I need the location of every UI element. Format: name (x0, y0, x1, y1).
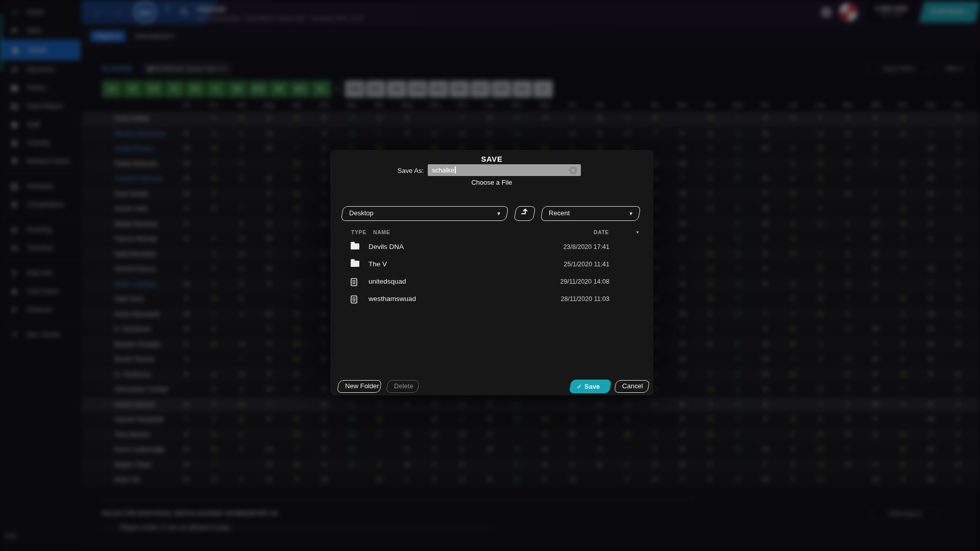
dialog-title: SAVE (330, 155, 653, 163)
save-as-label: Save As: (385, 167, 424, 174)
file-row[interactable]: westhamswuad28/11/2020 11:03 (330, 291, 653, 308)
type-column-header[interactable]: TYPE (351, 229, 366, 235)
file-date: 28/11/2020 11:03 (561, 295, 609, 303)
choose-a-file-link[interactable]: Choose a File (330, 179, 653, 186)
filename-input[interactable]: schalke ✕ (428, 164, 581, 176)
file-row[interactable]: unitedsquad29/11/2020 14:08 (330, 273, 653, 291)
check-icon: ✓ (577, 383, 582, 390)
folder-icon (351, 261, 359, 267)
delete-button[interactable]: Delete (386, 380, 420, 393)
filename-value: schalke (432, 166, 454, 174)
location-dropdown[interactable]: Desktop ▾ (340, 206, 508, 221)
clear-icon[interactable]: ✕ (569, 166, 577, 174)
save-button[interactable]: ✓Save (569, 380, 612, 393)
name-column-header[interactable]: NAME (373, 229, 390, 235)
file-date: 29/11/2020 14:08 (560, 278, 609, 285)
file-icon (351, 278, 357, 288)
sort-desc-icon[interactable]: ▼ (635, 230, 640, 235)
file-row[interactable]: The V25/1/2020 11:41 (330, 256, 653, 273)
up-directory-button[interactable] (513, 206, 535, 221)
up-arrow-icon (516, 207, 534, 220)
screen: ⌂Home✉Inbox▣Squad⇄Dynamics▦Tactics▤Team … (0, 0, 980, 551)
file-row[interactable]: Devils DNA23/8/2020 17:41 (330, 239, 653, 256)
folder-icon (351, 243, 359, 249)
cancel-button[interactable]: Cancel (614, 380, 650, 393)
date-column-header[interactable]: DATE (594, 229, 609, 235)
file-name: unitedsquad (369, 278, 406, 285)
file-name: The V (369, 260, 387, 268)
new-folder-button[interactable]: New Folder (337, 380, 382, 393)
file-name: westhamswuad (369, 295, 416, 303)
file-date: 23/8/2020 17:41 (564, 243, 609, 251)
file-date: 25/1/2020 11:41 (564, 261, 609, 268)
file-list: Devils DNA23/8/2020 17:41The V25/1/2020 … (330, 239, 653, 308)
file-list-header: TYPE NAME DATE ▼ (330, 229, 653, 237)
sort-dropdown[interactable]: Recent ▾ (540, 206, 641, 221)
file-name: Devils DNA (369, 243, 404, 251)
text-cursor (455, 166, 456, 173)
save-dialog: SAVE Save As: schalke ✕ Choose a File De… (330, 150, 653, 395)
file-icon (351, 295, 357, 306)
